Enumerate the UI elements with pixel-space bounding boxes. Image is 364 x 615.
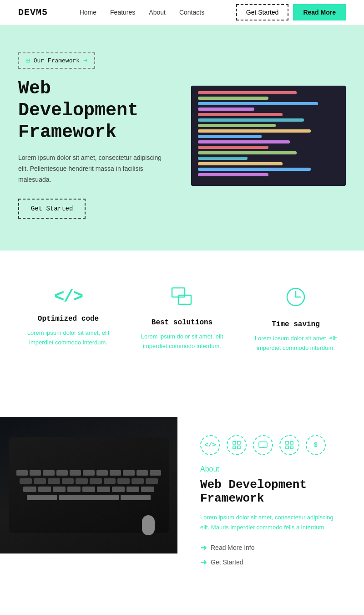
about-description: Lorem ipsum dolor sit amet, consectetur … bbox=[200, 512, 341, 533]
get-started-arrow-icon: ➜ bbox=[200, 557, 207, 567]
feature-solutions-desc: Lorem ipsum dolor sit amet, elit imperdi… bbox=[132, 332, 232, 351]
about-label: About bbox=[200, 465, 341, 473]
feature-card-code: </> Optimized code Lorem ipsum dolor sit… bbox=[18, 287, 118, 348]
hero-badge: ⊞ Our Framework ➜ bbox=[18, 52, 95, 69]
about-apps-icon bbox=[279, 435, 299, 455]
about-icon-row: </> $ bbox=[200, 435, 341, 455]
about-monitor-icon bbox=[253, 435, 273, 455]
badge-framework-icon: ⊞ bbox=[25, 56, 30, 65]
features-section: </> Optimized code Lorem ipsum dolor sit… bbox=[0, 251, 364, 390]
svg-rect-9 bbox=[259, 442, 267, 447]
feature-time-desc: Lorem ipsum dolor sit amet, elit imperdi… bbox=[246, 334, 346, 353]
about-title: Web Development Framework bbox=[200, 478, 341, 505]
hero-title: Web Development Framework bbox=[18, 78, 173, 144]
feature-card-solutions: Best solutions Lorem ipsum dolor sit ame… bbox=[132, 287, 232, 351]
hero-get-started-button[interactable]: Get Started bbox=[18, 199, 86, 219]
svg-rect-8 bbox=[238, 446, 240, 449]
read-more-info-link[interactable]: ➜ Read More Info bbox=[200, 543, 341, 553]
hero-description: Lorem ipsum dolor sit amet, consectetur … bbox=[18, 153, 173, 185]
hero-content: ⊞ Our Framework ➜ Web Development Framew… bbox=[18, 52, 173, 219]
feature-time-title: Time saving bbox=[246, 320, 346, 328]
nav-features[interactable]: Features bbox=[110, 9, 135, 16]
time-icon bbox=[246, 287, 346, 312]
read-more-button[interactable]: Read More bbox=[293, 4, 346, 20]
svg-rect-13 bbox=[290, 441, 293, 444]
feature-code-desc: Lorem ipsum dolor sit amet, elit imperdi… bbox=[18, 328, 118, 348]
hero-image bbox=[191, 86, 346, 186]
navbar: DEVM5 Home Features About Contacts Get S… bbox=[0, 0, 364, 25]
about-code-icon: </> bbox=[200, 435, 220, 455]
svg-rect-12 bbox=[286, 441, 288, 444]
badge-arrow-icon: ➜ bbox=[83, 56, 88, 65]
laptop-keyboard-mock bbox=[9, 437, 169, 533]
mouse-mock bbox=[142, 515, 155, 535]
code-icon: </> bbox=[18, 287, 118, 307]
about-dollar-icon: $ bbox=[306, 435, 326, 455]
feature-card-time: Time saving Lorem ipsum dolor sit amet, … bbox=[246, 287, 346, 353]
about-image bbox=[0, 417, 177, 554]
get-started-link[interactable]: ➜ Get Started bbox=[200, 557, 341, 567]
about-grid-icon bbox=[227, 435, 247, 455]
nav-about[interactable]: About bbox=[149, 9, 166, 16]
about-content: </> $ About Web Development Framework Lo… bbox=[177, 417, 364, 590]
svg-rect-5 bbox=[233, 441, 236, 444]
logo: DEVM5 bbox=[18, 7, 48, 18]
svg-rect-15 bbox=[290, 446, 293, 449]
svg-rect-14 bbox=[286, 446, 288, 449]
feature-solutions-title: Best solutions bbox=[132, 318, 232, 327]
hero-section: ⊞ Our Framework ➜ Web Development Framew… bbox=[0, 25, 364, 251]
solutions-icon bbox=[132, 287, 232, 310]
nav-buttons: Get Started Read More bbox=[236, 4, 346, 20]
get-started-button[interactable]: Get Started bbox=[236, 4, 289, 20]
about-section: </> $ About Web Development Framework Lo… bbox=[0, 390, 364, 615]
svg-rect-6 bbox=[238, 441, 240, 444]
features-grid: </> Optimized code Lorem ipsum dolor sit… bbox=[18, 287, 346, 353]
svg-rect-7 bbox=[233, 446, 236, 449]
nav-home[interactable]: Home bbox=[80, 9, 96, 16]
nav-links: Home Features About Contacts bbox=[80, 9, 204, 16]
badge-text: Our Framework bbox=[34, 57, 80, 64]
nav-contacts[interactable]: Contacts bbox=[179, 9, 204, 16]
read-more-arrow-icon: ➜ bbox=[200, 543, 207, 553]
feature-code-title: Optimized code bbox=[18, 315, 118, 323]
